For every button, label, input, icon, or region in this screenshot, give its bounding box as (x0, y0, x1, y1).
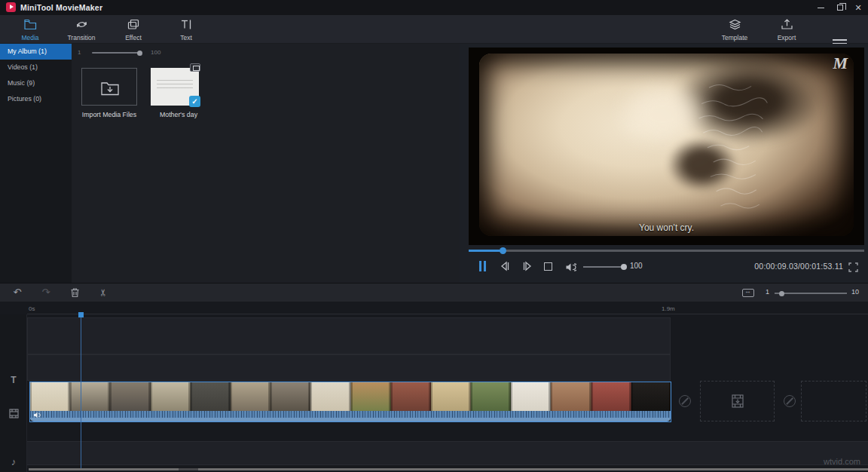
restore-button[interactable] (832, 0, 848, 15)
template-button-label: Template (711, 34, 759, 41)
zoom-slider-handle[interactable] (137, 51, 142, 56)
filmstrip-frame (110, 382, 150, 411)
sidebar-item-my-album[interactable]: My Album (1) (0, 44, 72, 60)
media-item-mothers-day[interactable]: ✓ (151, 68, 199, 106)
filmstrip-frame (310, 382, 350, 411)
text-icon (162, 19, 210, 32)
tab-transition-label: Transition (57, 34, 105, 41)
clip-audio-icon (33, 412, 41, 418)
tab-effect-label: Effect (109, 34, 157, 41)
app-window: MiniTool MovieMaker ✕ Media Transition E… (0, 0, 868, 472)
redo-button[interactable]: ↷ (38, 285, 54, 300)
effect-icon (109, 19, 157, 32)
tab-media-label: Media (6, 34, 54, 41)
fullscreen-button[interactable] (848, 262, 858, 271)
tab-text[interactable]: Text (162, 17, 210, 41)
timeline-toolbar: ↶ ↷ ✂ 1 10 (0, 283, 868, 302)
empty-clip-placeholder[interactable] (801, 381, 866, 421)
music-track[interactable] (27, 441, 868, 465)
minimize-button[interactable] (812, 0, 829, 15)
zoom-slider-track[interactable] (92, 52, 142, 54)
restore-icon (837, 5, 843, 11)
minimize-icon (818, 8, 824, 8)
template-button[interactable]: Template (711, 17, 759, 41)
filmstrip-frame (70, 382, 110, 411)
volume-slider[interactable] (583, 266, 624, 268)
thumbnail-zoom-slider: 1 100 (78, 49, 228, 57)
media-item-label: Mother's day (131, 111, 226, 118)
split-button[interactable]: ✂ (95, 285, 112, 300)
playhead-line[interactable] (81, 312, 81, 468)
text-track-icon: T (0, 375, 27, 385)
timeline-zoom-handle[interactable] (779, 291, 784, 296)
filmstrip-frame (30, 382, 70, 411)
sidebar-item-videos[interactable]: Videos (1) (0, 60, 72, 75)
filmstrip-frame (431, 382, 471, 411)
video-frame (479, 54, 854, 236)
transport-controls: 100 00:00:09.03/00:01:53.11 (469, 256, 864, 279)
title-bar: MiniTool MovieMaker ✕ (0, 0, 868, 15)
close-button[interactable]: ✕ (850, 0, 866, 15)
fit-timeline-icon[interactable] (742, 289, 754, 297)
track-header-column: T ♪ (0, 314, 27, 472)
video-track-icon (0, 408, 27, 421)
export-button[interactable]: Export (763, 17, 811, 41)
volume-handle[interactable] (621, 264, 627, 270)
video-viewport[interactable]: M You won't cry. (469, 48, 864, 245)
main-toolbar: Media Transition Effect Text Template (0, 15, 868, 44)
zoom-max-label: 100 (151, 49, 160, 56)
pause-button[interactable] (479, 261, 488, 271)
progress-handle[interactable] (500, 247, 506, 254)
filmstrip-frame (591, 382, 631, 411)
filmstrip-frame (231, 382, 270, 411)
undo-button[interactable]: ↶ (9, 285, 26, 300)
transition-slot-icon[interactable] (784, 395, 796, 407)
volume-icon[interactable] (565, 262, 576, 275)
filmstrip-frame (551, 382, 591, 411)
tab-transition[interactable]: Transition (57, 17, 105, 41)
progress-fill (469, 250, 503, 252)
timeline-ruler[interactable]: 0s 1.9m (27, 302, 868, 314)
overlay-track[interactable] (27, 317, 671, 354)
add-clip-placeholder[interactable] (700, 381, 775, 421)
stop-button[interactable] (544, 262, 552, 271)
library-sidebar: My Album (1) Videos (1) Music (9) Pictur… (0, 44, 72, 283)
playback-progress-bar[interactable] (469, 250, 864, 252)
sidebar-item-music[interactable]: Music (9) (0, 75, 72, 91)
text-track[interactable] (27, 354, 671, 381)
filmstrip-frame (191, 382, 231, 411)
preview-panel: M You won't cry. 100 00:00:09.03/00:01:5… (460, 44, 868, 283)
export-icon (763, 19, 811, 32)
filmstrip-frame (270, 382, 310, 411)
filmstrip-frame (631, 382, 671, 411)
site-watermark: wtvid.com (824, 457, 860, 466)
playhead-handle[interactable] (78, 312, 84, 317)
sidebar-item-pictures[interactable]: Pictures (0) (0, 91, 72, 107)
add-video-icon (730, 393, 745, 409)
filmstrip-frame (151, 382, 191, 411)
filmstrip-frame (351, 382, 391, 411)
clip-audio-waveform (30, 411, 671, 421)
filmstrip-frame (391, 382, 431, 411)
horizontal-scrollbar[interactable] (29, 468, 868, 470)
tab-media[interactable]: Media (6, 17, 54, 41)
media-panel: 1 100 Import Media Files ✓ Mother's day (72, 44, 460, 283)
timeline-zoom-slider[interactable] (775, 293, 847, 294)
template-layers-icon (711, 19, 759, 32)
app-logo-icon (6, 2, 16, 12)
app-title: MiniTool MovieMaker (20, 3, 102, 12)
previous-frame-button[interactable] (499, 261, 511, 274)
timeline-zoom-min: 1 (766, 288, 769, 296)
transition-icon (57, 19, 105, 32)
video-clip-selected[interactable] (29, 382, 671, 422)
media-folder-icon (6, 19, 54, 32)
next-frame-button[interactable] (521, 261, 533, 274)
delete-button[interactable] (66, 285, 83, 300)
import-media-button[interactable] (81, 68, 137, 106)
tab-effect[interactable]: Effect (109, 17, 157, 41)
import-folder-icon (100, 78, 120, 97)
transition-slot-icon[interactable] (679, 395, 691, 407)
handwriting-overlay (689, 72, 846, 218)
ruler-end-label: 1.9m (662, 305, 675, 312)
timeline-zoom-max: 10 (851, 288, 859, 296)
